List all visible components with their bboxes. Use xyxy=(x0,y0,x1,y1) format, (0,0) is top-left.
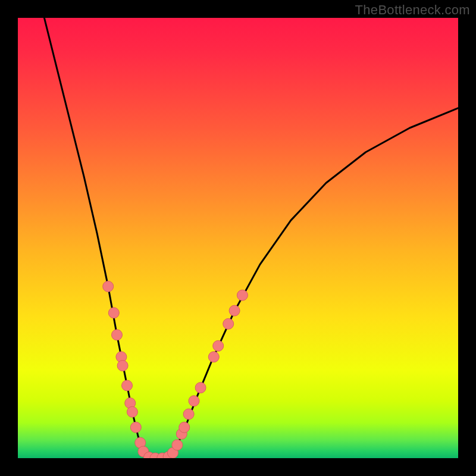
watermark-text: TheBottleneck.com xyxy=(355,2,470,18)
data-point-marker xyxy=(189,396,199,406)
chart-frame: TheBottleneck.com xyxy=(0,0,476,476)
data-point-marker xyxy=(103,281,114,292)
data-point-marker xyxy=(122,380,133,391)
curve-markers xyxy=(103,281,248,458)
data-point-marker xyxy=(108,308,119,318)
data-point-marker xyxy=(117,361,128,371)
chart-svg xyxy=(18,18,458,458)
data-point-marker xyxy=(179,422,190,433)
data-point-marker xyxy=(183,409,194,419)
data-point-marker xyxy=(229,305,240,316)
data-point-marker xyxy=(208,352,219,362)
bottleneck-curve xyxy=(44,18,458,458)
data-point-marker xyxy=(112,330,123,340)
curve-line xyxy=(44,18,458,458)
plot-area xyxy=(18,18,458,458)
data-point-marker xyxy=(213,340,224,351)
data-point-marker xyxy=(237,290,248,300)
data-point-marker xyxy=(130,422,141,433)
data-point-marker xyxy=(172,440,183,450)
data-point-marker xyxy=(195,383,206,393)
data-point-marker xyxy=(223,318,234,329)
data-point-marker xyxy=(127,406,137,417)
